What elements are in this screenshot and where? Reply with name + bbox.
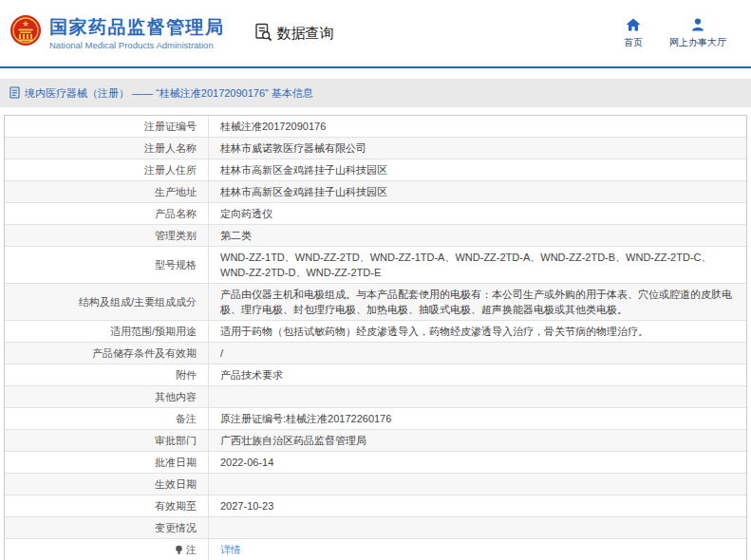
person-icon: [690, 18, 705, 33]
row-value: [209, 474, 746, 495]
row-label: 管理类别: [5, 225, 209, 246]
row-label: 注册人名称: [5, 138, 209, 159]
table-row: 型号规格 WND-ZZ-1TD、WND-ZZ-2TD、WND-ZZ-1TD-A、…: [5, 247, 746, 284]
table-row: 结构及组成/主要组成成分 产品由仪器主机和电极组成。与本产品配套使用的电极有：本…: [5, 284, 746, 321]
home-icon: [626, 18, 641, 33]
row-label-text: 适用范围/预期用途: [110, 324, 197, 339]
row-label-text: 注: [186, 542, 197, 557]
top-nav: 首页 网上办事大厅: [624, 18, 732, 49]
nav-home-label: 首页: [624, 36, 643, 49]
row-value: 产品技术要求: [209, 364, 746, 385]
table-row: 批准日期 2022-06-14: [5, 452, 746, 474]
menu-data-query[interactable]: 数据查询: [253, 23, 334, 45]
table-row: 适用范围/预期用途 适用于药物（包括试敏药物）经皮渗透导入，药物经皮渗透导入治疗…: [5, 321, 746, 343]
data-query-icon: [253, 23, 272, 45]
row-value: /: [209, 343, 746, 364]
table-row: 审批部门 广西壮族自治区药品监督管理局: [5, 430, 746, 452]
table-row: 产品储存条件及有效期 /: [5, 343, 746, 364]
row-label-text: 产品储存条件及有效期: [92, 345, 197, 361]
row-label: 生产地址: [5, 181, 209, 202]
row-value: 2022-06-14: [209, 452, 746, 473]
table-row: 备注 原注册证编号:桂械注准20172260176: [5, 408, 746, 430]
row-label-text: 变更情况: [155, 520, 197, 535]
breadcrumb: 境内医疗器械（注册） —— “桂械注准20172090176” 基本信息: [0, 79, 751, 107]
table-row: 管理类别 第二类: [5, 225, 746, 247]
row-label: 型号规格: [5, 247, 209, 283]
row-label-text: 注册人名称: [144, 140, 197, 156]
nav-home[interactable]: 首页: [624, 18, 643, 49]
row-label-text: 审批部门: [155, 433, 197, 448]
row-label-text: 生产地址: [155, 184, 197, 199]
row-label: 有效期至: [5, 495, 209, 516]
row-value: 原注册证编号:桂械注准20172260176: [209, 408, 746, 429]
row-label: 产品储存条件及有效期: [5, 343, 209, 364]
row-label-text: 批准日期: [155, 455, 197, 470]
row-label: 适用范围/预期用途: [5, 321, 209, 342]
row-label-text: 注册人住所: [144, 162, 197, 177]
document-icon: [9, 86, 20, 101]
row-label-text: 附件: [176, 367, 197, 383]
nmpa-logo: 国家药品监督管理局 National Medical Products Admi…: [9, 13, 225, 53]
table-row: 附件 产品技术要求: [5, 364, 746, 386]
table-row: 其他内容: [5, 386, 746, 408]
row-value: [209, 386, 746, 407]
row-label: 注册证编号: [5, 116, 209, 137]
table-row: 有效期至 2027-10-23: [5, 495, 746, 517]
row-value: 广西壮族自治区药品监督管理局: [209, 430, 746, 451]
row-label: 审批部门: [5, 430, 209, 451]
row-value: 桂林市高新区金鸡路挂子山科技园区: [209, 159, 746, 180]
row-value: 2027-10-23: [209, 495, 746, 516]
org-title: 国家药品监督管理局: [49, 17, 225, 38]
row-value: 产品由仪器主机和电极组成。与本产品配套使用的电极有：本公司生产或外购的用于体表、…: [209, 284, 746, 320]
row-label: 变更情况: [5, 517, 209, 538]
row-label-text: 注册证编号: [144, 119, 197, 134]
nav-service-hall[interactable]: 网上办事大厅: [669, 18, 726, 49]
row-value: [209, 517, 746, 538]
row-value: 定向药透仪: [209, 203, 746, 224]
table-row: 注册证编号 桂械注准20172090176: [5, 116, 746, 138]
info-table: 注册证编号 桂械注准20172090176 注册人名称 桂林市威诺敦医疗器械有限…: [4, 115, 747, 560]
breadcrumb-text: 境内医疗器械（注册） —— “桂械注准20172090176” 基本信息: [25, 86, 313, 101]
row-value: 桂械注准20172090176: [209, 116, 746, 137]
table-row: 变更情况: [5, 517, 746, 539]
row-value: WND-ZZ-1TD、WND-ZZ-2TD、WND-ZZ-1TD-A、WND-Z…: [209, 247, 746, 283]
row-label-text: 结构及组成/主要组成成分: [79, 294, 197, 309]
row-label-text: 备注: [176, 411, 197, 426]
row-label: 注: [5, 539, 209, 560]
note-detail-link[interactable]: 详情: [220, 542, 241, 557]
row-label: 批准日期: [5, 452, 209, 473]
page-header: 国家药品监督管理局 National Medical Products Admi…: [0, 0, 751, 66]
row-label-text: 有效期至: [155, 498, 197, 513]
table-row: 产品名称 定向药透仪: [5, 203, 746, 225]
table-row: 注册人名称 桂林市威诺敦医疗器械有限公司: [5, 138, 746, 159]
table-row: 生产地址 桂林市高新区金鸡路挂子山科技园区: [5, 181, 746, 203]
org-title-english: National Medical Products Administration: [49, 40, 225, 50]
row-label: 产品名称: [5, 203, 209, 224]
row-value: 适用于药物（包括试敏药物）经皮渗透导入，药物经皮渗透导入治疗，骨关节病的物理治疗…: [209, 321, 746, 342]
row-label: 注册人住所: [5, 159, 209, 180]
row-label: 附件: [5, 364, 209, 385]
row-value: 第二类: [209, 225, 746, 246]
row-label-text: 其他内容: [155, 389, 197, 404]
national-emblem-icon: [9, 13, 42, 53]
row-label-text: 型号规格: [155, 257, 197, 272]
header-divider: [0, 66, 751, 68]
row-label-text: 生效日期: [155, 476, 197, 492]
row-label: 生效日期: [5, 474, 209, 495]
row-value: 详情: [209, 539, 746, 560]
row-value: 桂林市高新区金鸡路挂子山科技园区: [209, 181, 746, 202]
table-row: 注册人住所 桂林市高新区金鸡路挂子山科技园区: [5, 159, 746, 181]
row-label: 结构及组成/主要组成成分: [5, 284, 209, 320]
data-query-label: 数据查询: [277, 25, 334, 43]
row-label-text: 产品名称: [155, 206, 197, 221]
row-label: 其他内容: [5, 386, 209, 407]
table-row: 生效日期: [5, 474, 746, 495]
row-label-text: 管理类别: [155, 228, 197, 243]
nav-service-hall-label: 网上办事大厅: [669, 36, 726, 49]
row-label: 备注: [5, 408, 209, 429]
table-row: 注 详情: [5, 539, 746, 560]
bulb-icon: [175, 545, 183, 555]
row-value: 桂林市威诺敦医疗器械有限公司: [209, 138, 746, 159]
